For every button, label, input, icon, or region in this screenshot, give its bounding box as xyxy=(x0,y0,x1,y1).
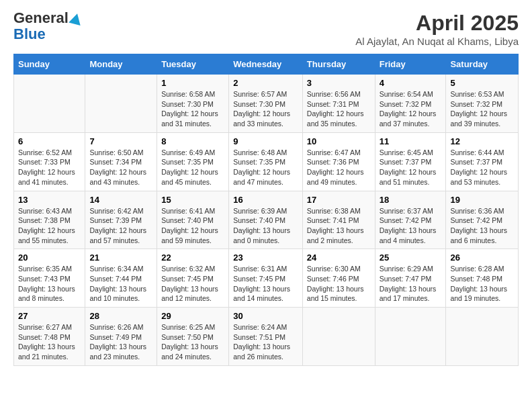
calendar-cell: 11Sunrise: 6:45 AM Sunset: 7:37 PM Dayli… xyxy=(375,132,446,191)
header: General Blue April 2025 Al Ajaylat, An N… xyxy=(13,11,519,47)
calendar-cell: 2Sunrise: 6:57 AM Sunset: 7:30 PM Daylig… xyxy=(229,75,303,133)
calendar-week-row: 13Sunrise: 6:43 AM Sunset: 7:38 PM Dayli… xyxy=(14,191,519,249)
day-info: Sunrise: 6:25 AM Sunset: 7:50 PM Dayligh… xyxy=(161,322,224,362)
day-number: 9 xyxy=(233,136,298,146)
day-number: 28 xyxy=(89,311,152,321)
day-header-monday: Monday xyxy=(85,54,157,75)
day-number: 27 xyxy=(18,311,81,321)
day-info: Sunrise: 6:57 AM Sunset: 7:30 PM Dayligh… xyxy=(233,89,298,129)
calendar-cell: 15Sunrise: 6:41 AM Sunset: 7:40 PM Dayli… xyxy=(157,191,229,249)
day-header-saturday: Saturday xyxy=(446,54,519,75)
day-number: 7 xyxy=(89,136,152,146)
calendar-cell: 22Sunrise: 6:32 AM Sunset: 7:45 PM Dayli… xyxy=(157,249,229,308)
calendar-cell xyxy=(14,75,85,133)
day-number: 5 xyxy=(450,78,514,88)
calendar-week-row: 20Sunrise: 6:35 AM Sunset: 7:43 PM Dayli… xyxy=(14,249,519,308)
calendar-cell xyxy=(446,308,519,366)
day-number: 14 xyxy=(89,195,152,205)
day-info: Sunrise: 6:54 AM Sunset: 7:32 PM Dayligh… xyxy=(380,89,442,129)
day-number: 26 xyxy=(450,253,514,263)
calendar-cell: 29Sunrise: 6:25 AM Sunset: 7:50 PM Dayli… xyxy=(157,308,229,366)
day-info: Sunrise: 6:48 AM Sunset: 7:35 PM Dayligh… xyxy=(233,148,298,187)
calendar-cell: 9Sunrise: 6:48 AM Sunset: 7:35 PM Daylig… xyxy=(229,132,303,191)
day-number: 29 xyxy=(161,311,224,321)
day-info: Sunrise: 6:26 AM Sunset: 7:49 PM Dayligh… xyxy=(89,322,152,362)
day-number: 21 xyxy=(89,253,152,263)
day-header-wednesday: Wednesday xyxy=(229,54,303,75)
calendar-body: 1Sunrise: 6:58 AM Sunset: 7:30 PM Daylig… xyxy=(14,75,519,366)
day-number: 20 xyxy=(18,253,81,263)
calendar-cell xyxy=(375,308,446,366)
day-header-thursday: Thursday xyxy=(302,54,375,75)
calendar-cell: 17Sunrise: 6:38 AM Sunset: 7:41 PM Dayli… xyxy=(302,191,375,249)
day-number: 25 xyxy=(380,253,442,263)
calendar-cell: 10Sunrise: 6:47 AM Sunset: 7:36 PM Dayli… xyxy=(302,132,375,191)
day-info: Sunrise: 6:43 AM Sunset: 7:38 PM Dayligh… xyxy=(18,206,81,246)
day-info: Sunrise: 6:56 AM Sunset: 7:31 PM Dayligh… xyxy=(307,89,371,129)
day-number: 2 xyxy=(233,78,298,88)
day-number: 18 xyxy=(380,195,442,205)
day-number: 6 xyxy=(18,136,81,146)
calendar-week-row: 27Sunrise: 6:27 AM Sunset: 7:48 PM Dayli… xyxy=(14,308,519,366)
calendar-cell: 7Sunrise: 6:50 AM Sunset: 7:34 PM Daylig… xyxy=(85,132,157,191)
day-info: Sunrise: 6:27 AM Sunset: 7:48 PM Dayligh… xyxy=(18,322,81,362)
title-area: April 2025 Al Ajaylat, An Nuqat al Khams… xyxy=(355,11,519,47)
calendar-header: SundayMondayTuesdayWednesdayThursdayFrid… xyxy=(14,54,519,75)
day-info: Sunrise: 6:30 AM Sunset: 7:46 PM Dayligh… xyxy=(307,264,371,304)
day-info: Sunrise: 6:28 AM Sunset: 7:48 PM Dayligh… xyxy=(450,264,514,304)
day-info: Sunrise: 6:31 AM Sunset: 7:45 PM Dayligh… xyxy=(233,264,298,304)
day-number: 16 xyxy=(233,195,298,205)
day-number: 15 xyxy=(161,195,224,205)
page-title: April 2025 xyxy=(355,11,519,36)
calendar-cell: 26Sunrise: 6:28 AM Sunset: 7:48 PM Dayli… xyxy=(446,249,519,308)
day-header-sunday: Sunday xyxy=(14,54,85,75)
calendar-cell: 27Sunrise: 6:27 AM Sunset: 7:48 PM Dayli… xyxy=(14,308,85,366)
day-number: 13 xyxy=(18,195,81,205)
calendar-cell: 16Sunrise: 6:39 AM Sunset: 7:40 PM Dayli… xyxy=(229,191,303,249)
day-info: Sunrise: 6:58 AM Sunset: 7:30 PM Dayligh… xyxy=(161,89,224,129)
day-info: Sunrise: 6:53 AM Sunset: 7:32 PM Dayligh… xyxy=(450,89,514,129)
calendar-cell: 1Sunrise: 6:58 AM Sunset: 7:30 PM Daylig… xyxy=(157,75,229,133)
day-number: 11 xyxy=(380,136,442,146)
calendar-cell: 18Sunrise: 6:37 AM Sunset: 7:42 PM Dayli… xyxy=(375,191,446,249)
calendar-cell: 3Sunrise: 6:56 AM Sunset: 7:31 PM Daylig… xyxy=(302,75,375,133)
day-info: Sunrise: 6:24 AM Sunset: 7:51 PM Dayligh… xyxy=(233,322,298,362)
day-number: 23 xyxy=(233,253,298,263)
day-info: Sunrise: 6:44 AM Sunset: 7:37 PM Dayligh… xyxy=(450,148,514,187)
day-number: 22 xyxy=(161,253,224,263)
day-number: 1 xyxy=(161,78,224,88)
day-number: 3 xyxy=(307,78,371,88)
day-info: Sunrise: 6:45 AM Sunset: 7:37 PM Dayligh… xyxy=(380,148,442,187)
calendar-cell: 25Sunrise: 6:29 AM Sunset: 7:47 PM Dayli… xyxy=(375,249,446,308)
day-info: Sunrise: 6:41 AM Sunset: 7:40 PM Dayligh… xyxy=(161,206,224,246)
day-header-tuesday: Tuesday xyxy=(157,54,229,75)
day-info: Sunrise: 6:50 AM Sunset: 7:34 PM Dayligh… xyxy=(89,148,152,187)
calendar-cell: 4Sunrise: 6:54 AM Sunset: 7:32 PM Daylig… xyxy=(375,75,446,133)
calendar-cell: 19Sunrise: 6:36 AM Sunset: 7:42 PM Dayli… xyxy=(446,191,519,249)
calendar-table: SundayMondayTuesdayWednesdayThursdayFrid… xyxy=(13,54,519,366)
calendar-cell: 6Sunrise: 6:52 AM Sunset: 7:33 PM Daylig… xyxy=(14,132,85,191)
calendar-cell: 5Sunrise: 6:53 AM Sunset: 7:32 PM Daylig… xyxy=(446,75,519,133)
day-info: Sunrise: 6:38 AM Sunset: 7:41 PM Dayligh… xyxy=(307,206,371,246)
logo-general-text: General xyxy=(13,11,69,26)
calendar-cell: 8Sunrise: 6:49 AM Sunset: 7:35 PM Daylig… xyxy=(157,132,229,191)
day-info: Sunrise: 6:36 AM Sunset: 7:42 PM Dayligh… xyxy=(450,206,514,246)
calendar-cell: 14Sunrise: 6:42 AM Sunset: 7:39 PM Dayli… xyxy=(85,191,157,249)
calendar-cell: 30Sunrise: 6:24 AM Sunset: 7:51 PM Dayli… xyxy=(229,308,303,366)
day-header-row: SundayMondayTuesdayWednesdayThursdayFrid… xyxy=(14,54,519,75)
day-info: Sunrise: 6:37 AM Sunset: 7:42 PM Dayligh… xyxy=(380,206,442,246)
logo-blue-text: Blue xyxy=(13,26,46,43)
day-number: 19 xyxy=(450,195,514,205)
day-info: Sunrise: 6:35 AM Sunset: 7:43 PM Dayligh… xyxy=(18,264,81,304)
calendar-cell xyxy=(302,308,375,366)
calendar-cell: 24Sunrise: 6:30 AM Sunset: 7:46 PM Dayli… xyxy=(302,249,375,308)
day-info: Sunrise: 6:47 AM Sunset: 7:36 PM Dayligh… xyxy=(307,148,371,187)
calendar-cell: 28Sunrise: 6:26 AM Sunset: 7:49 PM Dayli… xyxy=(85,308,157,366)
calendar-cell: 13Sunrise: 6:43 AM Sunset: 7:38 PM Dayli… xyxy=(14,191,85,249)
logo: General Blue xyxy=(13,11,82,43)
calendar-week-row: 6Sunrise: 6:52 AM Sunset: 7:33 PM Daylig… xyxy=(14,132,519,191)
day-number: 30 xyxy=(233,311,298,321)
day-number: 4 xyxy=(380,78,442,88)
calendar-week-row: 1Sunrise: 6:58 AM Sunset: 7:30 PM Daylig… xyxy=(14,75,519,133)
day-info: Sunrise: 6:49 AM Sunset: 7:35 PM Dayligh… xyxy=(161,148,224,187)
